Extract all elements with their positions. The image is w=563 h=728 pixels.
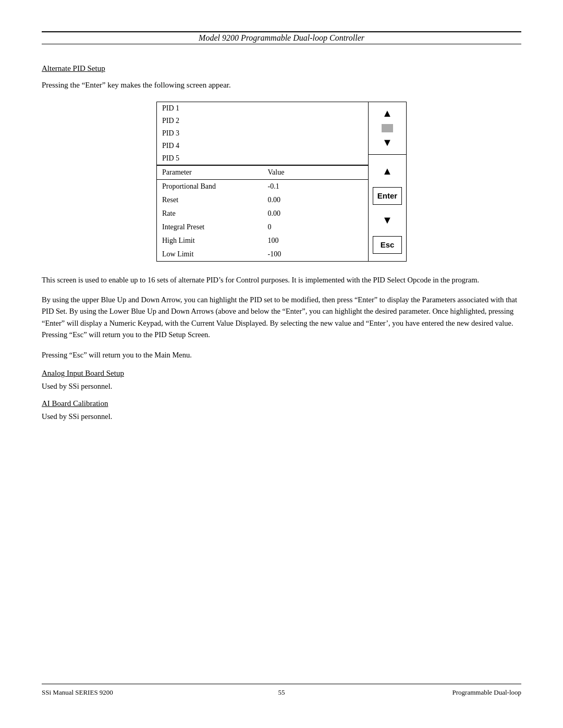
param-row-1: Proportional Band -0.1 [157,180,368,193]
param-col-header: Parameter [157,167,263,178]
esc-button[interactable]: Esc [373,236,402,254]
footer-right: Programmable Dual-loop [361,688,521,697]
param-row-5: High Limit 100 [157,234,368,248]
screen-right: ▲ ▼ ▲ Enter ▼ Esc [369,102,406,261]
page: Model 9200 Programmable Dual-loop Contro… [0,0,563,728]
pid-item-4: PID 4 [157,140,368,152]
param-name-2: Reset [157,195,263,205]
pid-list: PID 1 PID 2 PID 3 PID 4 PID 5 [157,102,368,165]
value-col-header: Value [263,167,369,178]
pid-item-5: PID 5 [157,152,368,165]
enter-button[interactable]: Enter [373,187,402,205]
body-paragraph-1: This screen is used to enable up to 16 s… [42,274,521,286]
screen-mockup: PID 1 PID 2 PID 3 PID 4 PID 5 Parameter … [156,102,407,262]
footer-left: SSi Manual SERIES 9200 [42,688,202,697]
param-value-1: -0.1 [263,181,369,192]
header: Model 9200 Programmable Dual-loop Contro… [42,31,521,44]
scrollbar-thumb [382,124,393,132]
section-heading: Alternate PID Setup [42,64,521,73]
param-value-5: 100 [263,236,369,246]
param-table: Parameter Value Proportional Band -0.1 R… [157,165,368,261]
param-value-6: -100 [263,249,369,260]
param-value-4: 0 [263,222,369,232]
param-down-arrow[interactable]: ▼ [376,211,399,230]
btn-section-top: ▲ ▼ [369,102,406,155]
btn-section-middle: ▲ Enter ▼ Esc [369,155,406,261]
ai-board-heading: AI Board Calibration [42,399,521,408]
param-name-5: High Limit [157,236,263,246]
header-rule-bottom [42,44,521,44]
esc-note: Pressing “Esc” will return you to the Ma… [42,349,521,361]
param-up-arrow[interactable]: ▲ [376,162,399,181]
pid-item-2: PID 2 [157,115,368,127]
param-name-3: Rate [157,208,263,219]
param-header-row: Parameter Value [157,165,368,180]
param-name-6: Low Limit [157,249,263,260]
analog-input-heading: Analog Input Board Setup [42,369,521,378]
screen-mockup-wrapper: PID 1 PID 2 PID 3 PID 4 PID 5 Parameter … [42,102,521,262]
body-paragraph-2: By using the upper Blue Up and Down Arro… [42,294,521,341]
header-title: Model 9200 Programmable Dual-loop Contro… [42,33,521,43]
pid-item-3: PID 3 [157,127,368,140]
header-rule-top [42,31,521,32]
param-name-1: Proportional Band [157,181,263,192]
pid-item-1: PID 1 [157,102,368,115]
pid-up-arrow[interactable]: ▲ [376,104,399,123]
param-row-2: Reset 0.00 [157,193,368,207]
param-value-2: 0.00 [263,195,369,205]
ai-board-text: Used by SSi personnel. [42,412,521,421]
pid-down-arrow[interactable]: ▼ [376,133,399,152]
intro-paragraph: Pressing the “Enter” key makes the follo… [42,79,521,91]
footer: SSi Manual SERIES 9200 55 Programmable D… [42,684,521,697]
param-row-6: Low Limit -100 [157,248,368,261]
param-name-4: Integral Preset [157,222,263,232]
param-value-3: 0.00 [263,208,369,219]
screen-left: PID 1 PID 2 PID 3 PID 4 PID 5 Parameter … [157,102,369,261]
footer-page-number: 55 [202,688,362,697]
param-row-3: Rate 0.00 [157,207,368,220]
param-row-4: Integral Preset 0 [157,220,368,234]
content: Alternate PID Setup Pressing the “Enter”… [42,54,521,684]
analog-input-text: Used by SSi personnel. [42,382,521,391]
